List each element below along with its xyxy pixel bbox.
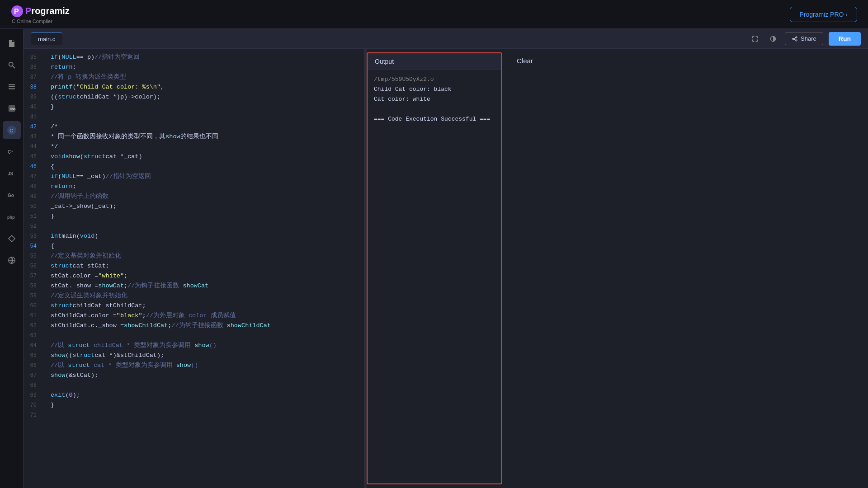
line-numbers: 3536373839404142434445464748495051525354… <box>24 49 45 488</box>
code-line: return; <box>51 182 359 192</box>
line-number: 50 <box>24 202 40 211</box>
editor-and-output: main.c Share Run 35363738394041 <box>24 29 868 488</box>
svg-rect-4 <box>8 84 14 85</box>
line-number: 62 <box>24 321 40 331</box>
code-line: struct cat stCat; <box>51 261 359 271</box>
code-line <box>51 221 359 231</box>
line-number: 37 <box>24 72 40 82</box>
code-line <box>51 410 359 420</box>
code-line: //定义基类对象并初始化 <box>51 251 359 261</box>
right-space: Clear <box>506 49 868 488</box>
code-line: /* <box>51 122 359 132</box>
share-label: Share <box>801 35 816 42</box>
code-line: struct childCat stChildCat; <box>51 301 359 311</box>
line-number: 49 <box>24 192 40 202</box>
output-line: Cat color: white <box>374 94 495 104</box>
svg-text:CSS: CSS <box>9 108 15 111</box>
code-line: } <box>51 102 359 112</box>
output-line: /tmp/559U5DyXz2.o <box>374 75 495 84</box>
code-line: ((struct childCat *)p)->color); <box>51 92 359 102</box>
code-line: if (NULL == p) //指针为空返回 <box>51 52 359 62</box>
svg-text:P: P <box>14 8 19 15</box>
file-tab[interactable]: main.c <box>31 33 62 45</box>
code-line: return; <box>51 62 359 72</box>
line-number: 36 <box>24 62 40 72</box>
line-number: 42 <box>24 122 40 132</box>
code-line: int main(void) <box>51 231 359 241</box>
code-line <box>51 380 359 390</box>
code-line: show((struct cat *)&stChildCat); <box>51 351 359 361</box>
sidebar-icon-css[interactable]: CSS <box>3 99 21 117</box>
code-line: printf("Child Cat color: %s\n", <box>51 82 359 92</box>
line-number: 47 <box>24 172 40 182</box>
line-number: 35 <box>24 52 40 62</box>
line-number: 54 <box>24 241 40 251</box>
logo-p: P <box>25 6 31 16</box>
line-number: 58 <box>24 281 40 291</box>
line-number: 43 <box>24 132 40 142</box>
line-number: 65 <box>24 351 40 361</box>
svg-rect-6 <box>8 89 14 89</box>
pro-button[interactable]: Programiz PRO › <box>790 7 857 22</box>
sidebar-icon-c[interactable]: C <box>3 121 21 139</box>
line-number: 44 <box>24 142 40 152</box>
sidebar-icon-file[interactable] <box>3 34 21 52</box>
subtitle: C Online Compiler <box>12 19 70 24</box>
line-number: 59 <box>24 291 40 301</box>
main-layout: CSS C C⁺ JS Go php main.c <box>0 29 868 488</box>
line-number: 57 <box>24 271 40 281</box>
svg-rect-5 <box>8 86 14 87</box>
line-number: 41 <box>24 112 40 122</box>
code-line: if (NULL == _cat) //指针为空返回 <box>51 172 359 182</box>
line-number: 61 <box>24 311 40 321</box>
fullscreen-button[interactable] <box>749 33 761 45</box>
output-header: Output <box>368 53 501 70</box>
svg-text:JS: JS <box>8 171 14 176</box>
code-line: stCat._show = showCat; //为钩子挂接函数 showCat <box>51 281 359 291</box>
sidebar-icon-js[interactable]: JS <box>3 164 21 183</box>
topbar-right: Programiz PRO › <box>790 7 857 22</box>
sidebar-icon-globe[interactable] <box>3 251 21 269</box>
output-line: Child Cat color: black <box>374 84 495 94</box>
svg-text:Go: Go <box>8 193 14 198</box>
sidebar-icon-go[interactable]: Go <box>3 186 21 204</box>
svg-line-3 <box>12 66 14 68</box>
line-number: 64 <box>24 341 40 351</box>
code-line: stChildCat.color = "black"; //为外层对象 colo… <box>51 311 359 321</box>
code-line: _cat->_show(_cat); <box>51 202 359 211</box>
code-line: //将 p 转换为派生类类型 <box>51 72 359 82</box>
logo-icon: P <box>11 5 24 18</box>
svg-text:C: C <box>9 128 13 133</box>
line-number: 52 <box>24 221 40 231</box>
line-number: 67 <box>24 371 40 380</box>
code-line: { <box>51 241 359 251</box>
content-area: 3536373839404142434445464748495051525354… <box>24 49 868 488</box>
code-line: //以 struct childCat * 类型对象为实参调用 show() <box>51 341 359 351</box>
code-line: stChildCat.c._show = showChildCat; //为钩子… <box>51 321 359 331</box>
code-line: * 同一个函数因接收对象的类型不同，其 show 的结果也不同 <box>51 132 359 142</box>
line-number: 70 <box>24 400 40 410</box>
code-line: { <box>51 162 359 172</box>
line-number: 63 <box>24 331 40 341</box>
sidebar-icon-swift[interactable] <box>3 230 21 248</box>
code-line <box>51 112 359 122</box>
svg-text:php: php <box>7 215 15 220</box>
sidebar: CSS C C⁺ JS Go php <box>0 29 24 488</box>
code-content[interactable]: if (NULL == p) //指针为空返回 return; //将 p 转换… <box>45 49 364 488</box>
code-line: //调用钩子上的函数 <box>51 192 359 202</box>
share-button[interactable]: Share <box>785 32 823 45</box>
sidebar-icon-cpp[interactable]: C⁺ <box>3 143 21 161</box>
sidebar-icon-php[interactable]: php <box>3 208 21 226</box>
code-line: exit(0); <box>51 390 359 400</box>
sidebar-icon-search[interactable] <box>3 56 21 74</box>
code-line: void show(struct cat *_cat) <box>51 152 359 162</box>
svg-point-17 <box>796 40 797 41</box>
run-button[interactable]: Run <box>829 32 861 46</box>
line-number: 39 <box>24 92 40 102</box>
line-number: 51 <box>24 211 40 221</box>
clear-button[interactable]: Clear <box>517 54 533 67</box>
line-number: 38 <box>24 82 40 92</box>
editor-toolbar: main.c Share Run <box>24 29 868 49</box>
sidebar-icon-list[interactable] <box>3 78 21 96</box>
theme-button[interactable] <box>767 33 779 45</box>
